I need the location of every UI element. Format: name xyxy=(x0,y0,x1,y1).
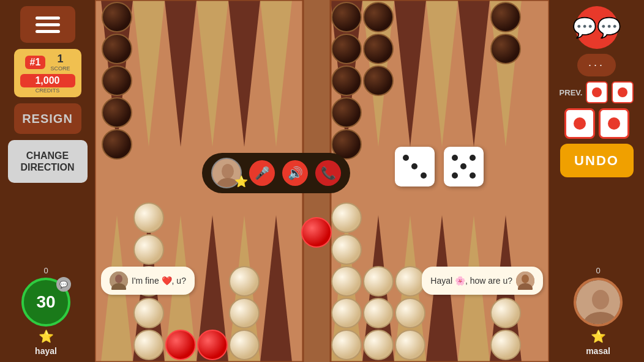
left-timer-value: 30 xyxy=(36,292,55,312)
svg-point-34 xyxy=(102,130,132,159)
svg-point-43 xyxy=(332,98,361,127)
svg-point-40 xyxy=(332,2,361,32)
svg-point-54 xyxy=(134,203,163,232)
svg-point-50 xyxy=(134,330,163,360)
svg-point-37 xyxy=(364,2,393,32)
board-dice xyxy=(395,147,484,187)
svg-point-56 xyxy=(491,298,520,328)
svg-point-80 xyxy=(222,164,234,179)
dice-row-2 xyxy=(564,108,629,139)
resign-button[interactable]: RESIGN xyxy=(14,103,81,134)
svg-point-49 xyxy=(332,203,361,232)
left-chat-badge: 💬 xyxy=(56,277,71,292)
menu-button[interactable] xyxy=(20,6,75,43)
svg-point-53 xyxy=(134,235,163,264)
svg-point-31 xyxy=(102,34,132,64)
svg-point-83 xyxy=(592,290,609,309)
left-chat-avatar xyxy=(110,272,128,290)
left-player-score: 0 xyxy=(43,266,48,275)
right-player-avatar xyxy=(576,280,620,324)
hangup-button[interactable]: 📞 xyxy=(315,160,341,186)
svg-point-32 xyxy=(102,66,132,95)
credits-value: 1,000 xyxy=(20,74,75,87)
svg-point-78 xyxy=(470,172,476,179)
svg-point-86 xyxy=(115,275,122,283)
mute-button[interactable]: 🎤 xyxy=(249,160,275,186)
svg-point-51 xyxy=(134,298,163,328)
score-number: 1 xyxy=(50,53,70,65)
svg-point-74 xyxy=(452,155,458,161)
board-container: ⭐ 🎤 🔊 📞 xyxy=(95,0,549,362)
prev-label: PREV. xyxy=(560,88,583,97)
left-player-star-icon: ⭐ xyxy=(39,329,54,344)
svg-point-75 xyxy=(470,155,476,161)
score-box: #1 1 SCORE 1,000 CREDITS xyxy=(14,49,81,97)
svg-point-66 xyxy=(302,218,331,247)
board-die-1 xyxy=(395,147,435,187)
svg-point-67 xyxy=(166,330,195,360)
chat-icon: 💬 xyxy=(572,16,597,39)
svg-point-57 xyxy=(230,330,259,360)
svg-point-63 xyxy=(395,267,425,296)
change-direction-button[interactable]: CHANGE DIRECTION xyxy=(8,140,88,183)
left-player-name: hayal xyxy=(35,346,57,356)
svg-point-38 xyxy=(364,34,393,64)
rank-row: #1 1 SCORE xyxy=(20,53,75,72)
prev-dice-row: PREV. xyxy=(560,81,634,103)
score-label: SCORE xyxy=(50,65,70,72)
die-slot-1 xyxy=(564,108,595,139)
svg-point-45 xyxy=(332,330,361,360)
right-player-star-icon: ⭐ xyxy=(591,329,606,344)
right-chat-avatar xyxy=(516,272,534,290)
board-die-2 xyxy=(444,147,484,187)
voice-star-icon: ⭐ xyxy=(234,175,248,188)
svg-point-36 xyxy=(491,34,520,64)
svg-point-71 xyxy=(411,163,417,169)
prev-die-2 xyxy=(612,81,634,103)
right-player: 0 ⭐ masal xyxy=(555,266,641,356)
svg-point-59 xyxy=(230,267,259,296)
svg-point-76 xyxy=(460,163,466,169)
svg-point-30 xyxy=(102,2,132,32)
die-slot-2 xyxy=(599,108,629,139)
svg-point-47 xyxy=(332,267,361,296)
svg-point-62 xyxy=(364,330,393,360)
rank-badge: #1 xyxy=(25,56,46,69)
menu-line-1 xyxy=(36,17,60,20)
left-chat-message: I'm fine ❤️, u? xyxy=(132,276,186,286)
credits-label: CREDITS xyxy=(20,87,75,94)
svg-point-41 xyxy=(332,34,361,64)
svg-point-89 xyxy=(522,275,529,283)
svg-point-48 xyxy=(332,235,361,264)
right-player-timer xyxy=(574,278,623,327)
dots-button[interactable]: ··· xyxy=(577,54,616,76)
right-chat-message: Hayal 🌸, how are u? xyxy=(430,276,512,286)
svg-point-35 xyxy=(491,2,520,32)
svg-point-58 xyxy=(230,298,259,328)
svg-point-42 xyxy=(332,66,361,95)
svg-point-72 xyxy=(421,172,427,179)
svg-point-64 xyxy=(395,298,425,328)
svg-point-60 xyxy=(364,267,393,296)
left-chat-bubble: I'm fine ❤️, u? xyxy=(101,267,195,295)
right-chat-bubble: Hayal 🌸, how are u? xyxy=(422,267,543,295)
chat-icon-button[interactable]: 💬 xyxy=(575,6,618,49)
svg-point-61 xyxy=(364,298,393,328)
left-player: 0 30 💬 ⭐ hayal xyxy=(3,266,89,356)
speaker-button[interactable]: 🔊 xyxy=(282,160,308,186)
menu-line-3 xyxy=(36,30,60,33)
prev-die-1 xyxy=(586,81,608,103)
svg-point-55 xyxy=(491,330,520,360)
svg-point-39 xyxy=(364,66,393,95)
svg-point-46 xyxy=(332,298,361,328)
svg-point-77 xyxy=(452,172,458,179)
svg-point-70 xyxy=(403,155,409,161)
undo-button[interactable]: UNDO xyxy=(560,144,634,177)
svg-point-68 xyxy=(198,330,227,360)
right-player-name: masal xyxy=(586,346,610,356)
voice-bar: ⭐ 🎤 🔊 📞 xyxy=(202,153,350,193)
svg-point-65 xyxy=(395,330,425,360)
menu-line-2 xyxy=(36,23,60,26)
left-player-timer: 30 💬 xyxy=(21,278,70,327)
svg-point-33 xyxy=(102,98,132,127)
